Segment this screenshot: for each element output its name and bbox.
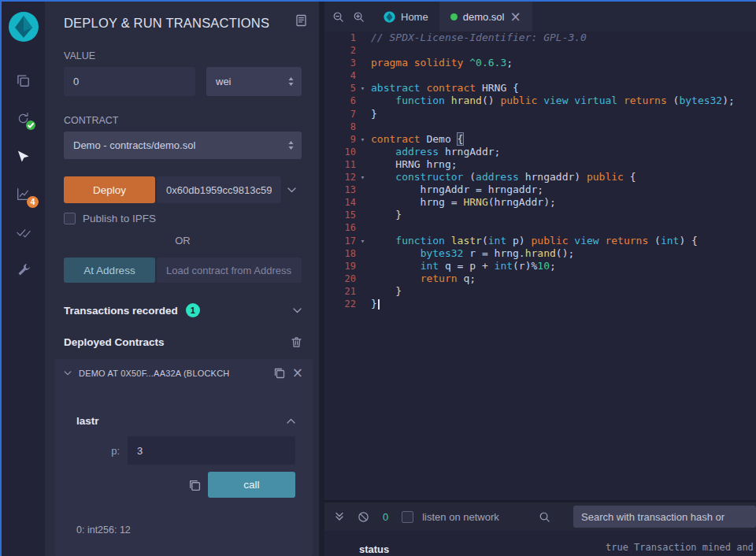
contract-select-value: Demo - contracts/demo.sol (73, 139, 195, 151)
code-line[interactable]: 5▾abstract contract HRNG { (324, 82, 756, 95)
editor-column: Home demo.sol × 1// SPDX-License-Identif… (324, 2, 756, 556)
code-line[interactable]: 18 bytes32 r = hrng.hrand(); (324, 247, 756, 260)
transactions-count-badge: 1 (186, 303, 200, 317)
code-line[interactable]: 7} (324, 108, 756, 120)
terminal-expand-icon[interactable] (335, 512, 344, 521)
deploy-expand-chevron-icon[interactable] (281, 187, 302, 193)
listen-network-checkbox[interactable] (402, 511, 413, 523)
copy-address-icon[interactable] (273, 367, 285, 379)
code-line[interactable]: 3pragma solidity ^0.6.3; (324, 57, 756, 69)
line-number: 7 (324, 108, 356, 120)
param-label: p: (54, 445, 128, 457)
zoom-in-icon[interactable] (353, 11, 365, 23)
fold-arrow-icon[interactable]: ▾ (356, 235, 369, 247)
remix-logo[interactable] (2, 8, 45, 46)
line-number: 22 (324, 298, 356, 310)
deployed-contracts-label: Deployed Contracts (64, 336, 165, 348)
tab-home[interactable]: Home (372, 2, 439, 32)
code-text: } (369, 209, 402, 221)
plugin-activity-icon[interactable]: 4 (2, 175, 45, 213)
compiler-success-badge (26, 120, 35, 130)
value-input[interactable] (64, 67, 195, 96)
remix-logo-icon (8, 11, 39, 43)
fold-spacer (356, 32, 369, 44)
code-line[interactable]: 8 (324, 120, 756, 133)
code-text: } (369, 298, 380, 310)
code-editor[interactable]: 1// SPDX-License-Identifier: GPL-3.023pr… (324, 32, 756, 500)
tab-close-icon[interactable]: × (510, 10, 521, 24)
function-collapse-chevron-icon[interactable] (287, 418, 295, 424)
journal-icon[interactable] (296, 14, 306, 27)
code-line[interactable]: 2 (324, 44, 756, 57)
code-line[interactable]: 17▾ function lastr(int p) public view re… (324, 235, 756, 247)
param-input[interactable] (128, 436, 295, 465)
call-output: 0: int256: 12 (54, 524, 313, 536)
line-number: 6 (324, 95, 356, 107)
copy-calldata-icon[interactable] (188, 479, 201, 491)
listen-network-label: listen on network (422, 511, 499, 523)
zoom-out-icon[interactable] (332, 11, 344, 23)
code-line[interactable]: 21 } (324, 285, 756, 298)
code-text: function lastr(int p) public view return… (369, 235, 698, 247)
fold-spacer (356, 221, 369, 234)
at-address-input[interactable] (157, 258, 302, 283)
code-text (369, 221, 371, 234)
code-line[interactable]: 11 HRNG hrng; (324, 158, 756, 171)
terminal-clear-icon[interactable] (358, 511, 369, 523)
solidity-unit-testing-icon[interactable] (2, 213, 45, 250)
deploy-and-run-icon[interactable] (2, 137, 45, 175)
tab-bar: Home demo.sol × (324, 2, 756, 32)
code-line[interactable]: 22} (324, 298, 756, 310)
instance-close-icon[interactable]: × (292, 366, 303, 380)
panel-resize-handle[interactable] (319, 2, 324, 556)
tab-demo-sol[interactable]: demo.sol × (439, 2, 532, 32)
transactions-chevron-icon[interactable] (293, 308, 302, 313)
code-line[interactable]: 6 function hrand() public view virtual r… (324, 95, 756, 107)
code-text: hrng = HRNG(hrngAddr); (369, 196, 556, 209)
line-number: 15 (324, 209, 356, 221)
trash-icon[interactable] (291, 336, 302, 348)
call-button[interactable]: call (208, 472, 295, 498)
fold-spacer (356, 298, 369, 310)
code-line[interactable]: 12▾ constructor (address hrngaddr) publi… (324, 171, 756, 183)
code-line[interactable]: 1// SPDX-License-Identifier: GPL-3.0 (324, 32, 756, 44)
deploy-arg-input[interactable] (157, 176, 281, 203)
file-explorer-icon[interactable] (2, 61, 45, 99)
or-separator: OR (64, 235, 302, 246)
fold-arrow-icon[interactable]: ▾ (356, 133, 369, 146)
code-line[interactable]: 16 (324, 221, 756, 234)
deploy-button[interactable]: Deploy (64, 176, 155, 203)
instance-collapse-chevron-icon[interactable] (64, 371, 72, 376)
solidity-compiler-icon[interactable] (2, 99, 45, 137)
fold-arrow-icon[interactable]: ▾ (356, 82, 369, 95)
fold-spacer (356, 183, 369, 196)
code-line[interactable]: 13 hrngAddr = hrngaddr; (324, 183, 756, 196)
code-text: } (369, 285, 402, 298)
contract-label: CONTRACT (64, 115, 302, 126)
fold-spacer (356, 69, 369, 82)
code-line[interactable]: 20 return q; (324, 272, 756, 285)
code-line[interactable]: 4 (324, 69, 756, 82)
tx-status-label: status (359, 543, 389, 555)
line-number: 12 (324, 171, 356, 183)
code-line[interactable]: 15 } (324, 209, 756, 221)
code-line[interactable]: 14 hrng = HRNG(hrngAddr); (324, 196, 756, 209)
terminal-log[interactable]: status true Transaction mined and e (324, 531, 756, 556)
contract-select[interactable]: Demo - contracts/demo.sol (64, 132, 302, 159)
fold-arrow-icon[interactable]: ▾ (356, 171, 369, 183)
line-number: 9 (324, 133, 356, 146)
code-line[interactable]: 9▾contract Demo { (324, 133, 756, 146)
code-text: contract Demo { (369, 133, 463, 146)
unit-select[interactable]: wei (206, 67, 302, 96)
fold-spacer (356, 158, 369, 171)
code-line[interactable]: 19 int q = p + int(r)%10; (324, 260, 756, 272)
plugin-manager-icon[interactable] (2, 250, 45, 288)
at-address-button[interactable]: At Address (64, 258, 155, 283)
terminal-search-input[interactable] (573, 506, 756, 528)
code-line[interactable]: 10 address hrngAddr; (324, 146, 756, 158)
line-number: 3 (324, 57, 356, 69)
publish-ipfs-checkbox[interactable] (64, 213, 76, 224)
fold-spacer (356, 57, 369, 69)
line-number: 13 (324, 183, 356, 196)
tab-demo-sol-label: demo.sol (463, 11, 505, 23)
